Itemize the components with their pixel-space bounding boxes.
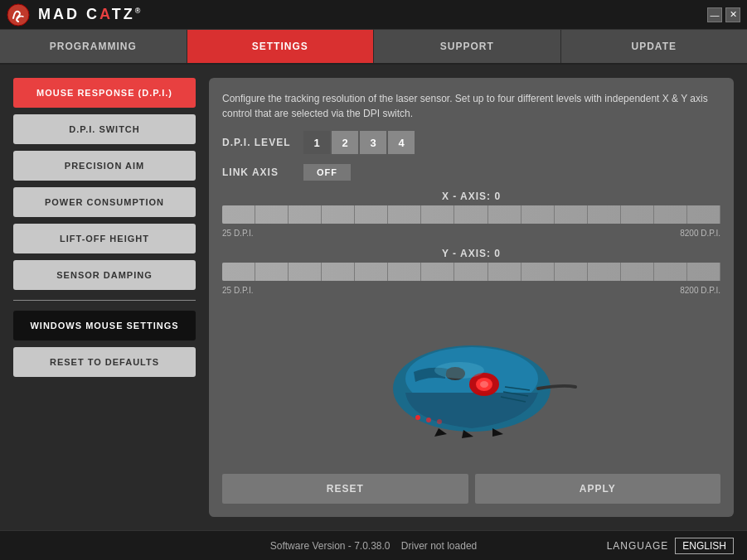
link-axis-label: LINK AXIS (222, 167, 297, 178)
mouse-image (364, 331, 580, 438)
dpi-level-row: D.P.I. LEVEL 1 2 3 4 (222, 131, 720, 154)
dpi-level-1-button[interactable]: 1 (303, 131, 330, 154)
tab-settings[interactable]: SETTINGS (187, 30, 375, 63)
dpi-level-label: D.P.I. LEVEL (222, 137, 297, 148)
menu-divider (13, 300, 196, 301)
y-axis-max-label: 8200 D.P.I. (680, 286, 720, 295)
menu-precision-aim[interactable]: PRECISION AIM (13, 151, 196, 181)
svg-point-12 (437, 419, 442, 424)
svg-point-6 (480, 381, 488, 388)
svg-point-0 (7, 4, 29, 26)
description-text: Configure the tracking resolution of the… (222, 91, 720, 121)
y-axis-section: Y - AXIS: 0 (222, 248, 720, 295)
x-axis-min-label: 25 D.P.I. (222, 229, 254, 238)
windows-mouse-settings-button[interactable]: WINDOWS MOUSE SETTINGS (13, 311, 196, 340)
right-panel: Configure the tracking resolution of the… (209, 78, 734, 517)
menu-mouse-response[interactable]: MOUSE RESPONSE (D.P.I.) (13, 78, 196, 108)
tab-support[interactable]: SUPPORT (374, 30, 561, 63)
svg-point-11 (426, 418, 431, 422)
y-axis-min-label: 25 D.P.I. (222, 286, 254, 295)
language-label: LANGUAGE (607, 540, 669, 552)
dpi-level-4-button[interactable]: 4 (388, 131, 415, 154)
reset-button[interactable]: RESET (222, 474, 468, 504)
bottom-action-buttons: RESET APPLY (222, 474, 720, 504)
x-axis-title: X - AXIS: 0 (222, 191, 720, 202)
link-axis-row: LINK AXIS OFF (222, 164, 720, 181)
language-selector: LANGUAGE ENGLISH (607, 538, 734, 554)
dpi-level-buttons: 1 2 3 4 (303, 131, 415, 154)
version-text: Software Version - 7.0.38.0 Driver not l… (270, 540, 477, 552)
svg-point-13 (434, 362, 484, 379)
reset-to-defaults-button[interactable]: RESET TO DEFAULTS (13, 347, 196, 377)
close-button[interactable]: ✕ (725, 7, 740, 22)
footer: Software Version - 7.0.38.0 Driver not l… (0, 530, 747, 560)
menu-sensor-damping[interactable]: SENSOR DAMPING (13, 260, 196, 290)
x-axis-section: X - AXIS: 0 (222, 191, 720, 238)
title-bar-left: MAD CATZ® (7, 3, 143, 27)
link-axis-toggle[interactable]: OFF (303, 164, 351, 181)
menu-dpi-switch[interactable]: D.P.I. SWITCH (13, 114, 196, 144)
menu-lift-off-height[interactable]: LIFT-OFF HEIGHT (13, 224, 196, 253)
y-axis-slider[interactable] (222, 263, 720, 281)
nav-tabs: PROGRAMMING SETTINGS SUPPORT UPDATE (0, 30, 747, 65)
left-panel: MOUSE RESPONSE (D.P.I.) D.P.I. SWITCH PR… (13, 78, 196, 517)
y-axis-slider-labels: 25 D.P.I. 8200 D.P.I. (222, 286, 720, 295)
dpi-level-3-button[interactable]: 3 (360, 131, 386, 154)
y-axis-title: Y - AXIS: 0 (222, 248, 720, 259)
tab-programming[interactable]: PROGRAMMING (0, 30, 187, 63)
svg-point-10 (415, 415, 420, 420)
app-title: MAD CATZ® (38, 6, 143, 23)
apply-button[interactable]: APPLY (475, 474, 721, 504)
tab-update[interactable]: UPDATE (561, 30, 748, 63)
minimize-button[interactable]: — (707, 7, 722, 22)
language-value-button[interactable]: ENGLISH (675, 538, 734, 554)
main-content: MOUSE RESPONSE (D.P.I.) D.P.I. SWITCH PR… (0, 65, 747, 530)
madcatz-logo-icon (7, 3, 30, 27)
x-axis-max-label: 8200 D.P.I. (680, 229, 720, 238)
x-axis-slider[interactable] (222, 205, 720, 224)
menu-power-consumption[interactable]: POWER CONSUMPTION (13, 187, 196, 217)
dpi-level-2-button[interactable]: 2 (332, 131, 358, 154)
x-axis-slider-labels: 25 D.P.I. 8200 D.P.I. (222, 229, 720, 238)
mouse-image-area (222, 305, 720, 464)
title-bar: MAD CATZ® — ✕ (0, 0, 747, 30)
window-controls: — ✕ (707, 7, 740, 22)
